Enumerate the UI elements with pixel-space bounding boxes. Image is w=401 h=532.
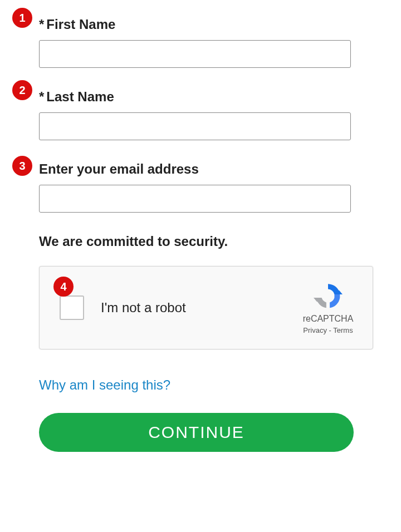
recaptcha-label: I'm not a robot bbox=[101, 300, 295, 316]
required-marker: * bbox=[39, 89, 44, 104]
step-badge-4: 4 bbox=[53, 277, 74, 297]
recaptcha-separator: - bbox=[327, 326, 333, 334]
recaptcha-privacy-link[interactable]: Privacy bbox=[303, 326, 327, 334]
registration-form: 1 *First Name 2 *Last Name 3 Enter your … bbox=[11, 17, 390, 452]
security-heading: We are committed to security. bbox=[39, 234, 373, 249]
first-name-input[interactable] bbox=[39, 40, 351, 68]
email-group: 3 Enter your email address bbox=[39, 161, 373, 213]
last-name-label-text: Last Name bbox=[46, 89, 114, 104]
recaptcha-widget: 4 I'm not a robot reCAPTCHA Privacy - Te… bbox=[39, 266, 373, 349]
last-name-label: *Last Name bbox=[39, 89, 373, 105]
step-badge-2: 2 bbox=[12, 80, 32, 100]
why-seeing-this-link[interactable]: Why am I seeing this? bbox=[39, 377, 170, 393]
first-name-group: 1 *First Name bbox=[39, 17, 373, 68]
continue-button[interactable]: CONTINUE bbox=[39, 413, 354, 452]
step-badge-1: 1 bbox=[12, 8, 32, 28]
required-marker: * bbox=[39, 17, 44, 32]
last-name-group: 2 *Last Name bbox=[39, 89, 373, 140]
recaptcha-brand-text: reCAPTCHA bbox=[303, 314, 354, 324]
recaptcha-terms-link[interactable]: Terms bbox=[333, 326, 353, 334]
recaptcha-branding: reCAPTCHA Privacy - Terms bbox=[295, 282, 361, 334]
recaptcha-logo-icon bbox=[314, 282, 343, 311]
first-name-label: *First Name bbox=[39, 17, 373, 32]
email-label: Enter your email address bbox=[39, 161, 373, 177]
step-badge-3: 3 bbox=[12, 156, 32, 176]
email-label-text: Enter your email address bbox=[39, 161, 199, 176]
email-input[interactable] bbox=[39, 185, 351, 213]
recaptcha-links: Privacy - Terms bbox=[303, 326, 353, 334]
last-name-input[interactable] bbox=[39, 112, 351, 140]
first-name-label-text: First Name bbox=[46, 17, 115, 32]
recaptcha-checkbox[interactable] bbox=[60, 295, 84, 320]
